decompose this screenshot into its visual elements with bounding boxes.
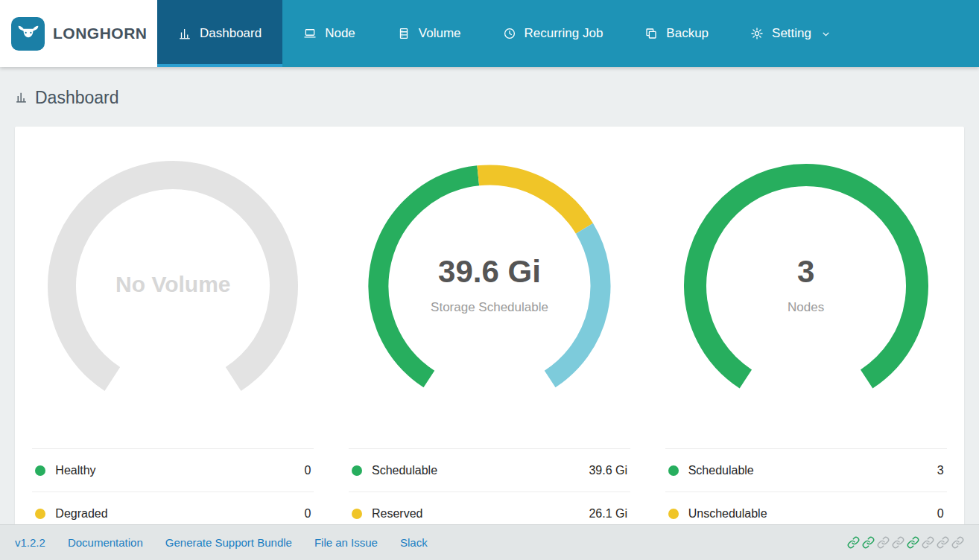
legend-label: Degraded — [55, 507, 107, 521]
storage-legend: Schedulable 39.6 Gi Reserved 26.1 Gi — [349, 448, 630, 535]
legend-label: Reserved — [372, 507, 422, 521]
legend-dot — [352, 465, 362, 476]
nav-item-node[interactable]: Node — [282, 0, 376, 67]
nodes-gauge: 3 Nodes — [672, 153, 940, 416]
navbar: LONGHORN Dashboard Node Volume Recurring… — [0, 0, 979, 67]
legend-value: 0 — [304, 464, 311, 477]
logo[interactable]: LONGHORN — [0, 0, 157, 67]
nav-item-label: Backup — [666, 26, 709, 41]
brand-name: LONGHORN — [53, 25, 148, 42]
longhorn-logo-icon — [11, 17, 45, 51]
clock-icon — [503, 27, 516, 40]
legend-dot — [668, 465, 679, 476]
legend-value: 26.1 Gi — [589, 507, 627, 521]
legend-row: Schedulable 39.6 Gi — [349, 448, 630, 491]
main-content: Dashboard No Volume Healthy 0 Degraded — [0, 86, 979, 556]
legend-dot — [35, 465, 45, 476]
gear-icon — [750, 27, 764, 40]
gauge-value: No Volume — [115, 272, 230, 297]
copy-icon — [644, 27, 658, 40]
legend-label: Schedulable — [372, 464, 437, 477]
page-title-text: Dashboard — [35, 86, 119, 109]
dashboard-card: No Volume Healthy 0 Degraded 0 — [15, 127, 964, 556]
bar-chart-icon — [15, 86, 28, 109]
nav-item-label: Recurring Job — [525, 26, 603, 41]
nav-item-setting[interactable]: Setting — [729, 0, 852, 67]
storage-chart-column: 39.6 Gi Storage Schedulable Schedulable … — [332, 144, 648, 556]
link-icon[interactable] — [922, 536, 934, 549]
legend-label: Healthy — [55, 464, 95, 477]
link-icon[interactable] — [937, 536, 949, 549]
link-icon[interactable] — [847, 536, 860, 549]
footer-links: v1.2.2 Documentation Generate Support Bu… — [15, 536, 428, 549]
nav-item-volume[interactable]: Volume — [376, 0, 482, 67]
footer-link-slack[interactable]: Slack — [400, 536, 428, 549]
link-icon[interactable] — [951, 536, 964, 549]
nav-item-dashboard[interactable]: Dashboard — [157, 0, 282, 67]
nodes-legend: Schedulable 3 Unschedulable 0 — [665, 448, 947, 535]
footer-link-support-bundle[interactable]: Generate Support Bundle — [165, 536, 292, 549]
chevron-down-icon — [821, 29, 831, 39]
footer-link-icons — [847, 536, 964, 549]
laptop-icon — [303, 27, 317, 40]
gauge-center: No Volume — [39, 153, 307, 416]
page-title: Dashboard — [15, 86, 964, 109]
volume-chart-column: No Volume Healthy 0 Degraded 0 — [15, 144, 332, 556]
footer: v1.2.2 Documentation Generate Support Bu… — [0, 524, 979, 560]
legend-value: 0 — [304, 507, 311, 521]
gauge-center: 39.6 Gi Storage Schedulable — [355, 153, 624, 416]
nav-item-recurring-job[interactable]: Recurring Job — [482, 0, 624, 67]
gauge-value: 3 — [797, 254, 814, 290]
legend-row: Schedulable 3 — [665, 448, 947, 491]
link-icon[interactable] — [892, 536, 904, 549]
legend-label: Unschedulable — [688, 507, 767, 521]
legend-label: Schedulable — [688, 464, 754, 477]
legend-value: 39.6 Gi — [589, 464, 627, 477]
nav-item-label: Node — [325, 26, 355, 41]
legend-dot — [352, 509, 362, 519]
gauge-label: Nodes — [788, 300, 824, 315]
storage-gauge: 39.6 Gi Storage Schedulable — [355, 153, 624, 416]
nav-item-label: Setting — [772, 26, 811, 41]
nav-items: Dashboard Node Volume Recurring Job Back… — [157, 0, 979, 67]
footer-link-documentation[interactable]: Documentation — [68, 536, 143, 549]
volume-gauge: No Volume — [39, 153, 307, 416]
legend-dot — [35, 509, 45, 519]
database-icon — [397, 27, 411, 40]
link-icon[interactable] — [877, 536, 890, 549]
footer-link-file-issue[interactable]: File an Issue — [314, 536, 378, 549]
legend-value: 0 — [937, 507, 944, 521]
bar-chart-icon — [178, 27, 191, 40]
gauge-label: Storage Schedulable — [431, 300, 548, 315]
link-icon[interactable] — [907, 536, 919, 549]
nav-item-label: Volume — [419, 26, 461, 41]
nav-item-backup[interactable]: Backup — [624, 0, 729, 67]
legend-row: Healthy 0 — [32, 448, 314, 491]
link-icon[interactable] — [862, 536, 875, 549]
gauge-value: 39.6 Gi — [438, 254, 541, 290]
gauge-center: 3 Nodes — [672, 153, 940, 416]
nav-item-label: Dashboard — [200, 26, 262, 41]
legend-dot — [668, 509, 679, 519]
legend-value: 3 — [937, 464, 944, 477]
volume-legend: Healthy 0 Degraded 0 — [32, 448, 314, 535]
nodes-chart-column: 3 Nodes Schedulable 3 Unschedulable 0 — [647, 144, 964, 556]
version-label: v1.2.2 — [15, 536, 45, 549]
